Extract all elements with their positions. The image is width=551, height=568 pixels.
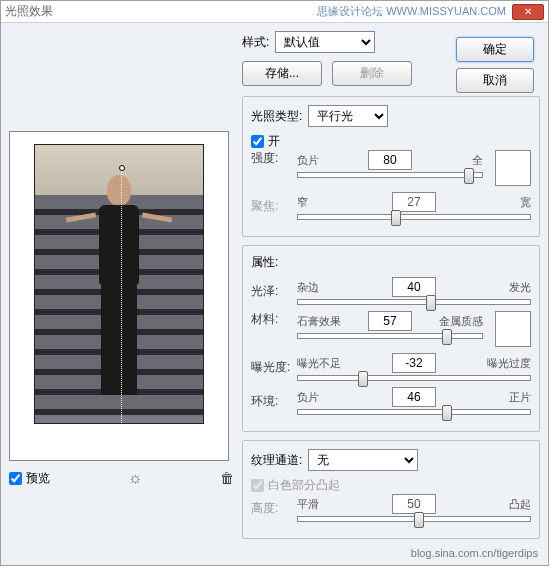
ambience-left: 负片 bbox=[297, 390, 353, 405]
height-label: 高度: bbox=[251, 500, 291, 517]
texture-select[interactable]: 无 bbox=[308, 449, 418, 471]
ambience-slider[interactable] bbox=[297, 409, 531, 415]
style-label: 样式: bbox=[242, 34, 269, 51]
exposure-value[interactable] bbox=[392, 353, 436, 373]
close-button[interactable]: ✕ bbox=[512, 4, 544, 20]
focus-left: 窄 bbox=[297, 195, 353, 210]
light-type-label: 光照类型: bbox=[251, 108, 302, 125]
preview-panel bbox=[9, 131, 229, 461]
light-on-input[interactable] bbox=[251, 135, 264, 148]
light-on-checkbox[interactable]: 开 bbox=[251, 133, 531, 150]
white-high-label: 白色部分凸起 bbox=[268, 477, 340, 494]
height-right: 凸起 bbox=[475, 497, 531, 512]
properties-header: 属性: bbox=[251, 254, 278, 271]
focus-value bbox=[392, 192, 436, 212]
gloss-right: 发光 bbox=[475, 280, 531, 295]
intensity-value[interactable] bbox=[368, 150, 412, 170]
texture-group: 纹理通道: 无 白色部分凸起 高度: 平滑 凸起 bbox=[242, 440, 540, 539]
light-color-swatch[interactable] bbox=[495, 150, 531, 186]
light-on-label: 开 bbox=[268, 133, 280, 150]
preview-image[interactable] bbox=[34, 144, 204, 424]
preview-checkbox[interactable]: 预览 bbox=[9, 470, 50, 487]
material-slider[interactable] bbox=[297, 333, 483, 339]
exposure-right: 曝光过度 bbox=[475, 356, 531, 371]
white-high-input bbox=[251, 479, 264, 492]
delete-button: 删除 bbox=[332, 61, 412, 86]
gloss-slider[interactable] bbox=[297, 299, 531, 305]
titlebar: 光照效果 思缘设计论坛 WWW.MISSYUAN.COM ✕ bbox=[1, 1, 548, 23]
intensity-slider[interactable] bbox=[297, 172, 483, 178]
window-title: 光照效果 bbox=[5, 3, 53, 20]
material-label: 材料: bbox=[251, 311, 291, 328]
ok-button[interactable]: 确定 bbox=[456, 37, 534, 62]
watermark-text: 思缘设计论坛 WWW.MISSYUAN.COM bbox=[317, 4, 506, 19]
exposure-label: 曝光度: bbox=[251, 359, 291, 376]
intensity-left: 负片 bbox=[297, 153, 353, 168]
material-left: 石膏效果 bbox=[297, 314, 353, 329]
height-slider bbox=[297, 516, 531, 522]
cancel-button[interactable]: 取消 bbox=[456, 68, 534, 93]
focus-slider bbox=[297, 214, 531, 220]
ambience-value[interactable] bbox=[392, 387, 436, 407]
gloss-left: 杂边 bbox=[297, 280, 353, 295]
exposure-slider[interactable] bbox=[297, 375, 531, 381]
focus-right: 宽 bbox=[475, 195, 531, 210]
footer-watermark: blog.sina.com.cn/tigerdips bbox=[411, 547, 538, 559]
ambient-color-swatch[interactable] bbox=[495, 311, 531, 347]
white-high-checkbox: 白色部分凸起 bbox=[251, 477, 531, 494]
height-left: 平滑 bbox=[297, 497, 353, 512]
material-right: 金属质感 bbox=[427, 314, 483, 329]
texture-label: 纹理通道: bbox=[251, 452, 302, 469]
material-value[interactable] bbox=[368, 311, 412, 331]
focus-label: 聚焦: bbox=[251, 198, 291, 215]
preview-checkbox-input[interactable] bbox=[9, 472, 22, 485]
height-value bbox=[392, 494, 436, 514]
gloss-value[interactable] bbox=[392, 277, 436, 297]
preview-checkbox-label: 预览 bbox=[26, 470, 50, 487]
intensity-label: 强度: bbox=[251, 150, 291, 167]
ambience-label: 环境: bbox=[251, 393, 291, 410]
lighting-effects-dialog: 光照效果 思缘设计论坛 WWW.MISSYUAN.COM ✕ 确定 取消 bbox=[0, 0, 549, 566]
style-select[interactable]: 默认值 bbox=[275, 31, 375, 53]
exposure-left: 曝光不足 bbox=[297, 356, 353, 371]
light-handle[interactable] bbox=[119, 165, 125, 171]
gloss-label: 光泽: bbox=[251, 283, 291, 300]
light-type-select[interactable]: 平行光 bbox=[308, 105, 388, 127]
properties-group: 属性: 光泽: 杂边 发光 材料: bbox=[242, 245, 540, 432]
save-button[interactable]: 存储... bbox=[242, 61, 322, 86]
trash-icon[interactable]: 🗑 bbox=[220, 470, 234, 486]
lightbulb-icon[interactable]: ☼ bbox=[128, 469, 143, 487]
light-type-group: 光照类型: 平行光 开 强度: 负片 全 bbox=[242, 96, 540, 237]
ambience-right: 正片 bbox=[475, 390, 531, 405]
intensity-right: 全 bbox=[427, 153, 483, 168]
